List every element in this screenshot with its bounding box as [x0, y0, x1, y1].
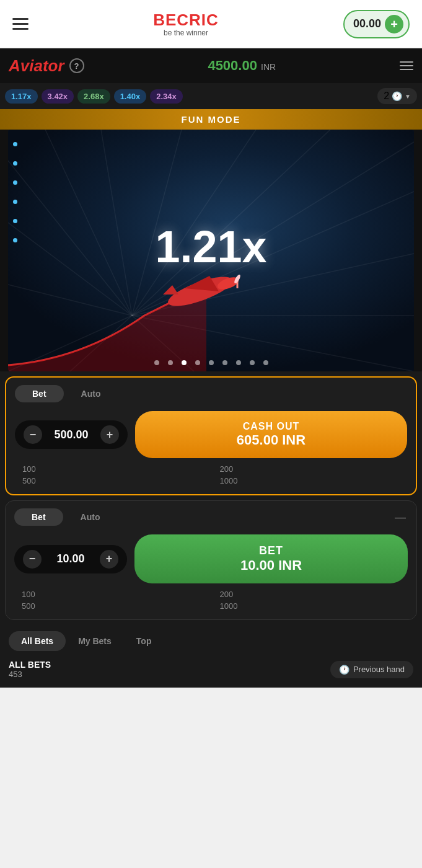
panel-2-tab-auto[interactable]: Auto [63, 508, 118, 526]
dot-5 [13, 219, 17, 223]
multiplier-badge-0[interactable]: 1.17x [5, 89, 38, 104]
brand-name: BECRIC [153, 11, 219, 30]
quick-amt-100-1[interactable]: 100 [22, 464, 210, 474]
amount-stepper-1: − 500.00 + [15, 420, 128, 449]
quick-amt-500-2[interactable]: 500 [22, 601, 210, 611]
cashout-amount: 605.00 INR [143, 432, 400, 448]
panel-1-tab-bet[interactable]: Bet [15, 385, 64, 402]
header-balance: 00.00 [353, 17, 381, 30]
multiplier-badge-2[interactable]: 2.68x [77, 89, 110, 104]
plane-icon [151, 257, 250, 313]
bets-title-area: ALL BETS 453 [9, 660, 51, 679]
panel-1-tab-auto[interactable]: Auto [64, 385, 118, 402]
bet-panel-2: Bet Auto — − 10.00 + BET 10.00 INR 100 2… [5, 500, 417, 620]
top-header: BECRIC be the winner 00.00 + [0, 0, 422, 48]
dot-1 [13, 142, 17, 146]
dot-3 [13, 180, 17, 185]
prog-dot-3 [182, 360, 187, 365]
previous-hand-icon: 🕐 [339, 665, 349, 675]
bet-controls-2: − 10.00 + BET 10.00 INR [14, 534, 408, 583]
stepper-minus-2[interactable]: − [23, 550, 42, 569]
dropdown-icon: ▼ [405, 93, 411, 100]
cashout-label: CASH OUT [143, 421, 400, 432]
game-menu-button[interactable] [400, 61, 413, 70]
multiplier-row: 1.17x 3.42x 2.68x 1.40x 2.34x 2 🕐 ▼ [0, 83, 422, 109]
hamburger-menu[interactable] [12, 18, 29, 30]
quick-amt-500-1[interactable]: 500 [22, 476, 210, 485]
game-container: Aviator ? 4500.00 INR 1.17x 3.42x 2.68x … [0, 48, 422, 688]
dot-4 [13, 200, 17, 204]
history-icon: 🕐 [392, 91, 402, 101]
bet-label: BET [142, 544, 400, 557]
quick-amt-200-1[interactable]: 200 [220, 464, 408, 474]
svg-marker-19 [163, 285, 178, 294]
cash-out-button[interactable]: CASH OUT 605.00 INR [135, 411, 407, 458]
dot-indicators [13, 142, 17, 242]
stepper-minus-1[interactable]: − [24, 425, 42, 444]
panel-2-tabs: Bet Auto — [14, 508, 408, 526]
history-button[interactable]: 2 🕐 ▼ [377, 88, 417, 104]
multiplier-badge-1[interactable]: 3.42x [42, 89, 74, 104]
panel-2-tab-bet[interactable]: Bet [14, 508, 63, 526]
bets-header: ALL BETS 453 🕐 Previous hand [9, 660, 413, 679]
help-button[interactable]: ? [69, 58, 84, 73]
amount-value-1: 500.00 [50, 428, 93, 441]
balance-currency: INR [261, 62, 276, 72]
bet-button[interactable]: BET 10.00 INR [134, 534, 408, 583]
multiplier-badge-4[interactable]: 2.34x [150, 89, 183, 104]
panel-1-tabs: Bet Auto [15, 385, 407, 402]
all-bets-title: ALL BETS [9, 660, 51, 670]
bet-amount: 10.00 INR [142, 557, 400, 574]
prog-dot-9 [263, 360, 268, 365]
panel-2-collapse[interactable]: — [393, 511, 408, 524]
previous-hand-button[interactable]: 🕐 Previous hand [330, 661, 413, 678]
dot-2 [13, 161, 17, 166]
prog-dot-2 [168, 360, 173, 365]
prog-dot-1 [154, 360, 159, 365]
game-balance: 4500.00 INR [208, 58, 276, 73]
all-bets-count: 453 [9, 670, 51, 679]
bet-controls-1: − 500.00 + CASH OUT 605.00 INR [15, 411, 407, 458]
quick-amounts-2: 100 200 500 1000 [14, 590, 408, 611]
stepper-plus-2[interactable]: + [100, 550, 118, 569]
quick-amt-200-2[interactable]: 200 [220, 590, 408, 599]
dot-6 [13, 238, 17, 242]
add-funds-button[interactable]: + [385, 15, 403, 33]
bet-panel-1: Bet Auto − 500.00 + CASH OUT 605.00 INR … [5, 376, 417, 495]
game-title: Aviator [9, 56, 64, 76]
quick-amt-100-2[interactable]: 100 [22, 590, 210, 599]
quick-amt-1000-2[interactable]: 1000 [220, 601, 408, 611]
progress-dots [8, 360, 414, 365]
game-header: Aviator ? 4500.00 INR [0, 48, 422, 83]
tab-top[interactable]: Top [124, 631, 164, 651]
bet-panels: Bet Auto − 500.00 + CASH OUT 605.00 INR … [0, 371, 422, 625]
prog-dot-8 [250, 360, 255, 365]
balance-widget: 00.00 + [343, 10, 410, 38]
prog-dot-5 [209, 360, 214, 365]
multiplier-badge-3[interactable]: 1.40x [114, 89, 147, 104]
tab-my-bets[interactable]: My Bets [66, 631, 124, 651]
amount-value-2: 10.00 [49, 552, 92, 565]
amount-stepper-2: − 10.00 + [14, 545, 127, 574]
bets-tabs: All Bets My Bets Top [9, 631, 413, 651]
prog-dot-4 [195, 360, 200, 365]
fun-mode-banner: FUN MODE [0, 109, 422, 130]
brand-tagline: be the winner [153, 29, 219, 37]
previous-hand-label: Previous hand [353, 665, 405, 674]
stepper-plus-1[interactable]: + [100, 425, 119, 444]
prog-dot-6 [222, 360, 227, 365]
tab-all-bets[interactable]: All Bets [9, 631, 66, 651]
bets-section: All Bets My Bets Top ALL BETS 453 🕐 Prev… [0, 625, 422, 688]
quick-amt-1000-1[interactable]: 1000 [220, 476, 408, 485]
brand-logo: BECRIC be the winner [153, 11, 219, 37]
aviator-logo: Aviator ? [9, 56, 84, 76]
mult-count: 2 [384, 91, 389, 102]
prog-dot-7 [236, 360, 241, 365]
quick-amounts-1: 100 200 500 1000 [15, 464, 407, 485]
game-canvas: 1.21x [8, 130, 414, 371]
game-balance-display: 4500.00 INR [208, 58, 276, 74]
